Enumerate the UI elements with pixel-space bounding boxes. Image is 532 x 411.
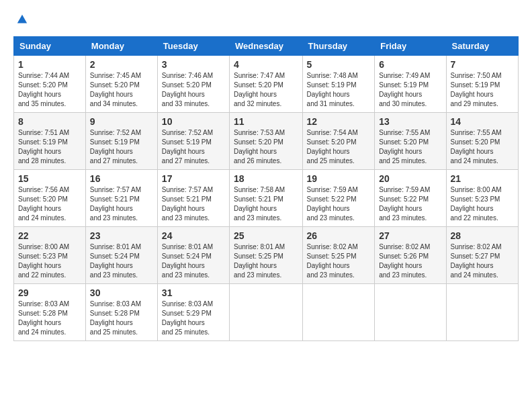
calendar-day-25: 25Sunrise: 8:01 AMSunset: 5:25 PMDayligh… (230, 227, 303, 284)
calendar-day-11: 11Sunrise: 7:53 AMSunset: 5:20 PMDayligh… (230, 113, 303, 170)
calendar-day-22: 22Sunrise: 8:00 AMSunset: 5:23 PMDayligh… (14, 227, 86, 284)
calendar-day-10: 10Sunrise: 7:52 AMSunset: 5:19 PMDayligh… (157, 113, 229, 170)
calendar-day-19: 19Sunrise: 7:59 AMSunset: 5:22 PMDayligh… (302, 170, 375, 227)
empty-cell (230, 284, 303, 341)
weekday-header-saturday: Saturday (446, 37, 518, 56)
calendar-day-30: 30Sunrise: 8:03 AMSunset: 5:28 PMDayligh… (85, 284, 157, 341)
calendar-day-12: 12Sunrise: 7:54 AMSunset: 5:20 PMDayligh… (302, 113, 375, 170)
calendar-day-31: 31Sunrise: 8:03 AMSunset: 5:29 PMDayligh… (157, 284, 229, 341)
calendar-day-3: 3Sunrise: 7:46 AMSunset: 5:20 PMDaylight… (157, 56, 229, 113)
weekday-header-sunday: Sunday (14, 37, 86, 56)
weekday-header-tuesday: Tuesday (157, 37, 229, 56)
empty-cell (302, 284, 375, 341)
calendar-day-4: 4Sunrise: 7:47 AMSunset: 5:20 PMDaylight… (230, 56, 303, 113)
calendar-day-21: 21Sunrise: 8:00 AMSunset: 5:23 PMDayligh… (446, 170, 518, 227)
empty-cell (446, 284, 518, 341)
calendar-header-row: SundayMondayTuesdayWednesdayThursdayFrid… (14, 37, 519, 56)
calendar-day-20: 20Sunrise: 7:59 AMSunset: 5:22 PMDayligh… (375, 170, 446, 227)
calendar-day-6: 6Sunrise: 7:49 AMSunset: 5:19 PMDaylight… (375, 56, 446, 113)
calendar-day-27: 27Sunrise: 8:02 AMSunset: 5:26 PMDayligh… (375, 227, 446, 284)
calendar-table: SundayMondayTuesdayWednesdayThursdayFrid… (13, 36, 519, 341)
calendar-day-7: 7Sunrise: 7:50 AMSunset: 5:19 PMDaylight… (446, 56, 518, 113)
calendar-day-28: 28Sunrise: 8:02 AMSunset: 5:27 PMDayligh… (446, 227, 518, 284)
calendar-day-1: 1Sunrise: 7:44 AMSunset: 5:20 PMDaylight… (14, 56, 86, 113)
weekday-header-friday: Friday (375, 37, 446, 56)
calendar-day-24: 24Sunrise: 8:01 AMSunset: 5:24 PMDayligh… (157, 227, 229, 284)
calendar-day-5: 5Sunrise: 7:48 AMSunset: 5:19 PMDaylight… (302, 56, 375, 113)
page-header (13, 13, 519, 26)
calendar-day-29: 29Sunrise: 8:03 AMSunset: 5:28 PMDayligh… (14, 284, 86, 341)
calendar-day-16: 16Sunrise: 7:57 AMSunset: 5:21 PMDayligh… (85, 170, 157, 227)
calendar-day-9: 9Sunrise: 7:52 AMSunset: 5:19 PMDaylight… (85, 113, 157, 170)
calendar-day-13: 13Sunrise: 7:55 AMSunset: 5:20 PMDayligh… (375, 113, 446, 170)
calendar-day-17: 17Sunrise: 7:57 AMSunset: 5:21 PMDayligh… (157, 170, 229, 227)
weekday-header-thursday: Thursday (302, 37, 375, 56)
calendar-day-8: 8Sunrise: 7:51 AMSunset: 5:19 PMDaylight… (14, 113, 86, 170)
logo (13, 13, 28, 26)
calendar-day-14: 14Sunrise: 7:55 AMSunset: 5:20 PMDayligh… (446, 113, 518, 170)
calendar-day-23: 23Sunrise: 8:01 AMSunset: 5:24 PMDayligh… (85, 227, 157, 284)
empty-cell (375, 284, 446, 341)
weekday-header-monday: Monday (85, 37, 157, 56)
logo-icon (16, 13, 28, 26)
svg-marker-0 (17, 15, 27, 24)
calendar-day-2: 2Sunrise: 7:45 AMSunset: 5:20 PMDaylight… (85, 56, 157, 113)
calendar-day-15: 15Sunrise: 7:56 AMSunset: 5:20 PMDayligh… (14, 170, 86, 227)
calendar-day-26: 26Sunrise: 8:02 AMSunset: 5:25 PMDayligh… (302, 227, 375, 284)
calendar-day-18: 18Sunrise: 7:58 AMSunset: 5:21 PMDayligh… (230, 170, 303, 227)
weekday-header-wednesday: Wednesday (230, 37, 303, 56)
